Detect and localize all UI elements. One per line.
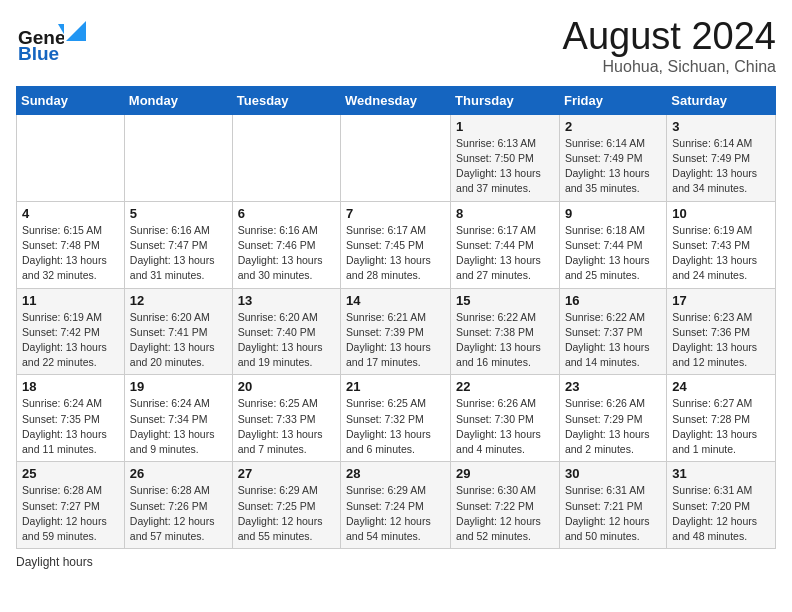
day-detail: Sunrise: 6:14 AMSunset: 7:49 PMDaylight:…: [672, 136, 770, 197]
logo-icon: General Blue: [16, 16, 64, 64]
day-number: 17: [672, 293, 770, 308]
col-saturday: Saturday: [667, 86, 776, 114]
table-row: 11Sunrise: 6:19 AMSunset: 7:42 PMDayligh…: [17, 288, 125, 375]
table-row: [341, 114, 451, 201]
page-title: August 2024: [563, 16, 776, 58]
table-row: 14Sunrise: 6:21 AMSunset: 7:39 PMDayligh…: [341, 288, 451, 375]
day-detail: Sunrise: 6:23 AMSunset: 7:36 PMDaylight:…: [672, 310, 770, 371]
day-detail: Sunrise: 6:28 AMSunset: 7:27 PMDaylight:…: [22, 483, 119, 544]
day-detail: Sunrise: 6:17 AMSunset: 7:44 PMDaylight:…: [456, 223, 554, 284]
table-row: 22Sunrise: 6:26 AMSunset: 7:30 PMDayligh…: [451, 375, 560, 462]
logo: General Blue: [16, 16, 86, 64]
table-row: [232, 114, 340, 201]
table-row: 21Sunrise: 6:25 AMSunset: 7:32 PMDayligh…: [341, 375, 451, 462]
table-row: 4Sunrise: 6:15 AMSunset: 7:48 PMDaylight…: [17, 201, 125, 288]
col-wednesday: Wednesday: [341, 86, 451, 114]
day-detail: Sunrise: 6:20 AMSunset: 7:40 PMDaylight:…: [238, 310, 335, 371]
day-number: 21: [346, 379, 445, 394]
day-detail: Sunrise: 6:18 AMSunset: 7:44 PMDaylight:…: [565, 223, 661, 284]
col-thursday: Thursday: [451, 86, 560, 114]
table-row: 2Sunrise: 6:14 AMSunset: 7:49 PMDaylight…: [559, 114, 666, 201]
day-number: 22: [456, 379, 554, 394]
calendar-table: Sunday Monday Tuesday Wednesday Thursday…: [16, 86, 776, 549]
calendar-week-row: 1Sunrise: 6:13 AMSunset: 7:50 PMDaylight…: [17, 114, 776, 201]
calendar-week-row: 4Sunrise: 6:15 AMSunset: 7:48 PMDaylight…: [17, 201, 776, 288]
title-block: August 2024 Huohua, Sichuan, China: [563, 16, 776, 76]
day-detail: Sunrise: 6:15 AMSunset: 7:48 PMDaylight:…: [22, 223, 119, 284]
table-row: 1Sunrise: 6:13 AMSunset: 7:50 PMDaylight…: [451, 114, 560, 201]
footer: Daylight hours: [16, 555, 776, 569]
day-detail: Sunrise: 6:30 AMSunset: 7:22 PMDaylight:…: [456, 483, 554, 544]
table-row: 8Sunrise: 6:17 AMSunset: 7:44 PMDaylight…: [451, 201, 560, 288]
col-tuesday: Tuesday: [232, 86, 340, 114]
table-row: 19Sunrise: 6:24 AMSunset: 7:34 PMDayligh…: [124, 375, 232, 462]
day-detail: Sunrise: 6:26 AMSunset: 7:29 PMDaylight:…: [565, 396, 661, 457]
table-row: [17, 114, 125, 201]
table-row: 5Sunrise: 6:16 AMSunset: 7:47 PMDaylight…: [124, 201, 232, 288]
day-number: 6: [238, 206, 335, 221]
table-row: 10Sunrise: 6:19 AMSunset: 7:43 PMDayligh…: [667, 201, 776, 288]
day-number: 13: [238, 293, 335, 308]
logo-triangle-icon: [66, 21, 86, 41]
day-number: 31: [672, 466, 770, 481]
day-number: 3: [672, 119, 770, 134]
day-number: 8: [456, 206, 554, 221]
table-row: 31Sunrise: 6:31 AMSunset: 7:20 PMDayligh…: [667, 462, 776, 549]
day-number: 14: [346, 293, 445, 308]
table-row: 13Sunrise: 6:20 AMSunset: 7:40 PMDayligh…: [232, 288, 340, 375]
day-detail: Sunrise: 6:20 AMSunset: 7:41 PMDaylight:…: [130, 310, 227, 371]
day-number: 27: [238, 466, 335, 481]
table-row: 12Sunrise: 6:20 AMSunset: 7:41 PMDayligh…: [124, 288, 232, 375]
day-number: 30: [565, 466, 661, 481]
day-detail: Sunrise: 6:26 AMSunset: 7:30 PMDaylight:…: [456, 396, 554, 457]
table-row: 18Sunrise: 6:24 AMSunset: 7:35 PMDayligh…: [17, 375, 125, 462]
day-detail: Sunrise: 6:14 AMSunset: 7:49 PMDaylight:…: [565, 136, 661, 197]
calendar-week-row: 25Sunrise: 6:28 AMSunset: 7:27 PMDayligh…: [17, 462, 776, 549]
day-detail: Sunrise: 6:25 AMSunset: 7:32 PMDaylight:…: [346, 396, 445, 457]
table-row: 17Sunrise: 6:23 AMSunset: 7:36 PMDayligh…: [667, 288, 776, 375]
day-number: 9: [565, 206, 661, 221]
table-row: 24Sunrise: 6:27 AMSunset: 7:28 PMDayligh…: [667, 375, 776, 462]
footer-text: Daylight hours: [16, 555, 93, 569]
day-number: 23: [565, 379, 661, 394]
day-detail: Sunrise: 6:31 AMSunset: 7:20 PMDaylight:…: [672, 483, 770, 544]
calendar-header-row: Sunday Monday Tuesday Wednesday Thursday…: [17, 86, 776, 114]
day-detail: Sunrise: 6:22 AMSunset: 7:37 PMDaylight:…: [565, 310, 661, 371]
day-detail: Sunrise: 6:16 AMSunset: 7:46 PMDaylight:…: [238, 223, 335, 284]
day-number: 19: [130, 379, 227, 394]
day-number: 16: [565, 293, 661, 308]
day-number: 7: [346, 206, 445, 221]
day-detail: Sunrise: 6:21 AMSunset: 7:39 PMDaylight:…: [346, 310, 445, 371]
day-detail: Sunrise: 6:28 AMSunset: 7:26 PMDaylight:…: [130, 483, 227, 544]
day-number: 10: [672, 206, 770, 221]
day-detail: Sunrise: 6:19 AMSunset: 7:42 PMDaylight:…: [22, 310, 119, 371]
day-number: 28: [346, 466, 445, 481]
day-detail: Sunrise: 6:16 AMSunset: 7:47 PMDaylight:…: [130, 223, 227, 284]
day-number: 5: [130, 206, 227, 221]
table-row: 26Sunrise: 6:28 AMSunset: 7:26 PMDayligh…: [124, 462, 232, 549]
table-row: 25Sunrise: 6:28 AMSunset: 7:27 PMDayligh…: [17, 462, 125, 549]
day-number: 1: [456, 119, 554, 134]
day-detail: Sunrise: 6:29 AMSunset: 7:25 PMDaylight:…: [238, 483, 335, 544]
day-number: 15: [456, 293, 554, 308]
table-row: 23Sunrise: 6:26 AMSunset: 7:29 PMDayligh…: [559, 375, 666, 462]
day-number: 18: [22, 379, 119, 394]
day-detail: Sunrise: 6:19 AMSunset: 7:43 PMDaylight:…: [672, 223, 770, 284]
table-row: 16Sunrise: 6:22 AMSunset: 7:37 PMDayligh…: [559, 288, 666, 375]
table-row: 27Sunrise: 6:29 AMSunset: 7:25 PMDayligh…: [232, 462, 340, 549]
day-number: 12: [130, 293, 227, 308]
day-detail: Sunrise: 6:22 AMSunset: 7:38 PMDaylight:…: [456, 310, 554, 371]
table-row: 6Sunrise: 6:16 AMSunset: 7:46 PMDaylight…: [232, 201, 340, 288]
day-detail: Sunrise: 6:17 AMSunset: 7:45 PMDaylight:…: [346, 223, 445, 284]
col-monday: Monday: [124, 86, 232, 114]
day-number: 20: [238, 379, 335, 394]
calendar-week-row: 18Sunrise: 6:24 AMSunset: 7:35 PMDayligh…: [17, 375, 776, 462]
page-header: General Blue August 2024 Huohua, Sichuan…: [16, 16, 776, 76]
table-row: [124, 114, 232, 201]
table-row: 28Sunrise: 6:29 AMSunset: 7:24 PMDayligh…: [341, 462, 451, 549]
day-number: 26: [130, 466, 227, 481]
day-detail: Sunrise: 6:24 AMSunset: 7:34 PMDaylight:…: [130, 396, 227, 457]
svg-marker-3: [66, 21, 86, 41]
day-detail: Sunrise: 6:24 AMSunset: 7:35 PMDaylight:…: [22, 396, 119, 457]
svg-text:Blue: Blue: [18, 43, 59, 64]
